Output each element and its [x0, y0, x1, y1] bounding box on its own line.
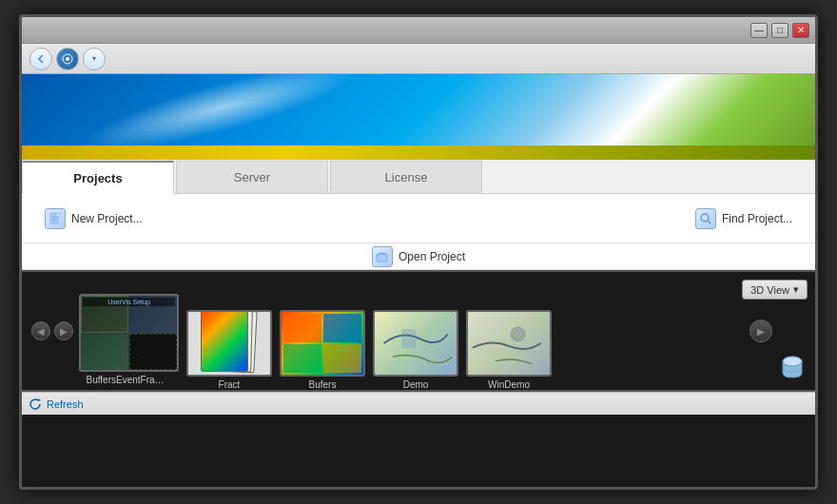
tab-license[interactable]: License — [330, 161, 482, 193]
main-content: New Project... Find Project... — [22, 194, 815, 243]
open-project-row: Open Project — [22, 243, 815, 270]
window-controls: — □ ✕ — [750, 23, 809, 38]
main-window: — □ ✕ ▾ Projects Server Licens — [19, 14, 818, 490]
header-banner — [22, 74, 815, 160]
svg-rect-4 — [56, 213, 60, 217]
gallery-label-1: Fract — [219, 379, 241, 390]
gallery-nav-left: ◀ ▶ — [31, 321, 73, 340]
tab-projects[interactable]: Projects — [22, 161, 174, 194]
gallery-nav-right-area: ▶ — [749, 320, 772, 342]
gallery-item-0[interactable]: UserVis Setup BuffersEventFrames — [79, 294, 179, 385]
gallery-thumb-0: UserVis Setup — [79, 294, 179, 372]
svg-point-1 — [66, 57, 69, 61]
nav-logo-button[interactable] — [56, 48, 79, 70]
gallery-items: UserVis Setup BuffersEventFrames Fract — [22, 272, 552, 390]
gallery-label-4: WinDemo — [488, 379, 530, 390]
gallery-label-2: Bufers — [309, 379, 337, 390]
gallery-label-3: Demo — [403, 379, 429, 390]
dropdown-button[interactable]: ▾ — [83, 48, 106, 70]
new-project-button[interactable]: New Project... — [37, 204, 150, 233]
open-project-icon — [372, 246, 393, 267]
maximize-button[interactable]: □ — [771, 23, 788, 38]
new-project-icon — [45, 208, 66, 229]
gallery-item-3[interactable]: Demo — [373, 310, 458, 390]
dropdown-arrow-icon: ▾ — [793, 283, 799, 296]
find-project-icon — [695, 208, 716, 229]
tab-bar: Projects Server License — [22, 160, 815, 194]
gallery-item-2[interactable]: Bufers — [280, 310, 365, 390]
open-project-button[interactable]: Open Project — [364, 242, 473, 271]
svg-rect-10 — [377, 254, 387, 262]
tab-server[interactable]: Server — [176, 161, 328, 193]
svg-rect-11 — [402, 330, 416, 348]
title-bar: — □ ✕ — [22, 17, 815, 44]
gallery-next-button[interactable]: ▶ — [54, 321, 73, 340]
gallery-thumb-1 — [186, 310, 272, 377]
view-dropdown[interactable]: 3D View ▾ — [742, 280, 808, 300]
gallery-label-0: BuffersEventFrames — [87, 375, 172, 385]
back-button[interactable] — [29, 48, 52, 70]
svg-line-9 — [708, 221, 710, 223]
gallery-item-1[interactable]: Fract — [186, 310, 272, 390]
gallery-thumb-3 — [373, 310, 458, 377]
svg-point-14 — [783, 357, 802, 366]
gallery-thumb-2 — [280, 310, 365, 377]
close-button[interactable]: ✕ — [792, 23, 809, 38]
minimize-button[interactable]: — — [750, 23, 768, 38]
refresh-icon — [29, 397, 43, 411]
refresh-button[interactable]: Refresh — [29, 397, 84, 411]
gallery-right-button[interactable]: ▶ — [749, 320, 772, 342]
database-icon[interactable] — [777, 352, 808, 382]
banner-stripe — [22, 145, 815, 160]
status-bar: Refresh — [22, 392, 815, 415]
svg-point-8 — [701, 214, 709, 222]
gallery-prev-button[interactable]: ◀ — [31, 321, 50, 340]
gallery-item-4[interactable]: WinDemo — [466, 310, 552, 390]
gallery-area: ◀ ▶ UserVis Setup BuffersEventFrames — [22, 270, 815, 392]
gallery-thumb-4 — [466, 310, 552, 377]
toolbar: ▾ — [22, 44, 815, 74]
find-project-button[interactable]: Find Project... — [688, 204, 800, 233]
svg-point-12 — [511, 327, 525, 341]
